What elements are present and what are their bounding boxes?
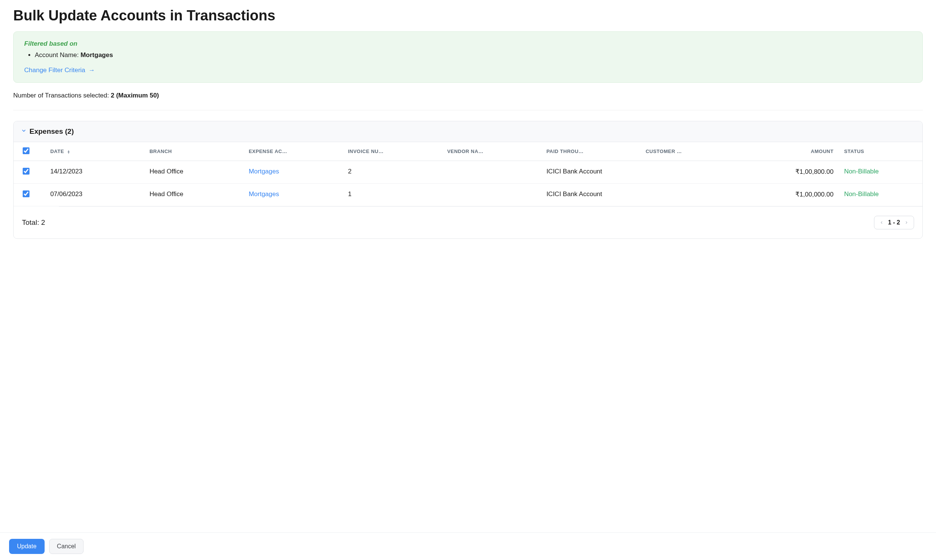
selection-count: Number of Transactions selected: 2 (Maxi… <box>13 92 923 99</box>
arrow-right-icon: → <box>88 67 95 74</box>
cell-date: 07/06/2023 <box>45 184 144 206</box>
change-filter-text: Change Filter Criteria <box>24 67 85 74</box>
expenses-card: Expenses (2) <box>13 121 923 239</box>
cell-paid-through: ICICI Bank Account <box>541 161 640 184</box>
table-row: 14/12/2023 Head Office Mortgages 2 ICICI… <box>14 161 922 184</box>
filter-key: Account Name: <box>35 51 81 59</box>
cell-customer-name <box>640 161 740 184</box>
card-header[interactable]: Expenses (2) <box>14 121 922 142</box>
col-date[interactable]: DATE ▲▼ <box>45 142 144 161</box>
cell-status: Non-Billable <box>839 161 922 184</box>
cell-amount: ₹1,00,000.00 <box>739 184 839 206</box>
divider <box>13 110 923 110</box>
sort-icon: ▲▼ <box>67 150 70 154</box>
col-amount[interactable]: AMOUNT <box>739 142 839 161</box>
col-branch[interactable]: BRANCH <box>144 142 243 161</box>
pager: 1 - 2 <box>874 216 914 229</box>
cell-expense-account[interactable]: Mortgages <box>243 184 343 206</box>
selection-prefix: Number of Transactions selected: <box>13 92 111 99</box>
pager-range: 1 - 2 <box>888 219 900 226</box>
expenses-table: DATE ▲▼ BRANCH EXPENSE AC… INVOICE NU… V… <box>14 142 922 206</box>
chevron-down-icon <box>21 128 26 135</box>
pager-next[interactable] <box>905 220 908 226</box>
cell-invoice-number: 2 <box>342 161 442 184</box>
col-paid-through[interactable]: PAID THROU… <box>541 142 640 161</box>
cell-vendor-name <box>442 161 541 184</box>
select-all-checkbox[interactable] <box>23 147 29 154</box>
selection-value: 2 (Maximum 50) <box>111 92 159 99</box>
change-filter-link[interactable]: Change Filter Criteria → <box>24 67 95 74</box>
filter-panel: Filtered based on Account Name: Mortgage… <box>13 31 923 83</box>
col-vendor-name[interactable]: VENDOR NA… <box>442 142 541 161</box>
filter-label: Filtered based on <box>24 40 912 48</box>
total-label: Total: 2 <box>22 218 45 227</box>
cell-customer-name <box>640 184 740 206</box>
cell-invoice-number: 1 <box>342 184 442 206</box>
pager-prev[interactable] <box>880 220 883 226</box>
cell-status: Non-Billable <box>839 184 922 206</box>
page-title: Bulk Update Accounts in Transactions <box>13 8 923 24</box>
cell-date: 14/12/2023 <box>45 161 144 184</box>
row-checkbox[interactable] <box>23 190 29 197</box>
filter-value: Mortgages <box>81 51 113 59</box>
table-row: 07/06/2023 Head Office Mortgages 1 ICICI… <box>14 184 922 206</box>
card-footer: Total: 2 1 - 2 <box>14 207 922 238</box>
cell-branch: Head Office <box>144 161 243 184</box>
row-checkbox[interactable] <box>23 168 29 175</box>
card-title: Expenses (2) <box>29 127 74 136</box>
col-customer-name[interactable]: CUSTOMER … <box>640 142 740 161</box>
col-invoice-number[interactable]: INVOICE NU… <box>342 142 442 161</box>
cell-expense-account[interactable]: Mortgages <box>243 161 343 184</box>
cell-paid-through: ICICI Bank Account <box>541 184 640 206</box>
cell-amount: ₹1,00,800.00 <box>739 161 839 184</box>
header-checkbox-cell <box>14 142 45 161</box>
col-expense-account[interactable]: EXPENSE AC… <box>243 142 343 161</box>
cell-branch: Head Office <box>144 184 243 206</box>
col-status[interactable]: STATUS <box>839 142 922 161</box>
col-date-label: DATE <box>50 149 64 154</box>
filter-criterion: Account Name: Mortgages <box>35 51 912 59</box>
cell-vendor-name <box>442 184 541 206</box>
